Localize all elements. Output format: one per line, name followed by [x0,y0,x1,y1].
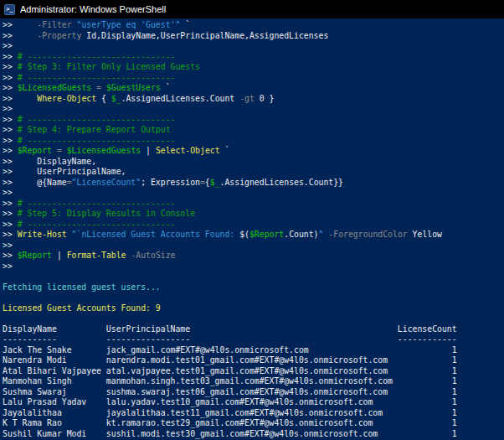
text-segment: >> [3,199,18,208]
text-segment: >> [3,241,13,250]
console-line: >> # ------------------------------ [3,115,504,126]
console-line: >> [3,104,504,115]
text-segment: $Report [249,230,284,239]
text-segment: $( [239,230,249,239]
console-line: Narendra Modi narendra.modi.test01_gmail… [3,355,504,366]
text-segment: >> [3,188,13,197]
text-segment: >> [3,230,18,239]
text-segment: $GuestUsers [106,83,161,92]
text-segment: Fetching licensed guest users... [3,282,161,292]
text-segment: Licensed Guest Accounts Found: 9 [3,303,161,313]
text-segment: Format-Table [67,251,126,260]
powershell-window: >_ Administrator: Windows PowerShell >> … [0,0,504,440]
text-segment: .AssignedLicenses.Count}} [220,178,343,187]
console-line: >> UserPrincipalName, [3,167,504,178]
text-segment: Atal Bihari Vajpayee atal.vajpayee.test0… [3,366,457,375]
console-line: Fetching licensed guest users... [3,282,504,293]
text-segment: >> UserPrincipalName, [3,167,126,176]
text-segment: "LicenseCount" [72,178,141,187]
console-line: Lalu Prasad Yadav lalu.yadav.test10_gmai… [3,397,504,408]
text-segment: .AssignedLicenses.Count [121,94,240,103]
text-segment: Write-Host [18,230,67,239]
console-output[interactable]: >> -Filter "userType eq 'Guest'" `>> -Pr… [0,18,504,440]
console-line [3,292,504,303]
console-line: Atal Bihari Vajpayee atal.vajpayee.test0… [3,366,504,377]
console-line: >> # ------------------------------ [3,73,504,84]
text-segment: Sushma Swaraj sushma.swaraj.test06_gmail… [3,387,457,396]
text-segment: ----------- ----------------- ----------… [3,334,457,344]
console-line: DisplayName UserPrincipalName LicenseCou… [3,324,504,335]
text-segment: >> [3,52,18,61]
console-line: Licensed Guest Accounts Found: 9 [3,303,504,314]
text-segment: ` [220,146,230,155]
console-line: >> $Report | Format-Table -AutoSize [3,251,504,261]
text-segment: >> @{Name [3,178,67,187]
text-segment: >> [3,41,13,50]
text-segment: ` [161,83,171,92]
text-segment: "userType eq 'Guest'" [77,20,181,29]
console-line: >> [3,41,504,52]
console-line: >> # Step 4: Prepare Report Output [3,125,504,136]
text-segment: Narendra Modi narendra.modi.test01_gmail… [3,355,457,365]
text-segment: >> [3,31,37,40]
text-segment: "`nLicensed Guest Accounts Found: [72,230,240,239]
console-line: >> @{Name="LicenseCount"; Expression={$_… [3,178,504,189]
text-segment: >> [3,220,18,229]
console-line: >> # ------------------------------ [3,52,504,63]
text-segment: Id,DisplayName,UserPrincipalName,Assigne… [81,31,328,40]
text-segment: K T Rama Rao kt.ramarao.test29_gmail.com… [3,418,457,427]
console-line: ----------- ----------------- ----------… [3,334,504,345]
text-segment: Jack The Snake jack_gmail.com#EXT#@w4l0s… [3,345,457,355]
text-segment: >> [3,261,13,271]
text-segment: # Step 4: Prepare Report Output [18,125,171,134]
text-segment: $Report [18,251,52,260]
console-line: >> # Step 5: Display Results in Console [3,209,504,220]
text-segment: # ------------------------------ [18,52,176,61]
title-bar[interactable]: >_ Administrator: Windows PowerShell [0,0,504,18]
console-line: >> # Step 3: Filter Only Licensed Guests [3,62,504,73]
console-line: >> $Report = $LicensedGuests | Select-Ob… [3,146,504,157]
text-segment: DisplayName UserPrincipalName LicenseCou… [3,324,457,334]
text-segment: >> [3,104,13,113]
text-segment: | [52,251,67,260]
console-line: Sushma Swaraj sushma.swaraj.test06_gmail… [3,387,504,398]
text-segment: -AutoSize [131,251,175,260]
text-segment: { [96,94,111,103]
text-segment: # ------------------------------ [18,115,176,124]
text-segment: >> DisplayName, [3,157,96,166]
console-line: >> [3,261,504,272]
text-segment: $LicensedGuests [67,146,141,155]
text-segment: Jayalalithaa jayalalithaa.test11_gmail.c… [3,408,457,417]
text-segment: # Step 5: Display Results in Console [18,209,195,218]
text-segment: | [141,146,156,155]
console-line: >> # ------------------------------ [3,199,504,210]
text-segment: # ------------------------------ [18,220,176,229]
text-segment: # ------------------------------ [18,136,176,145]
console-line: Jayalalithaa jayalalithaa.test11_gmail.c… [3,408,504,419]
console-line: >> # ------------------------------ [3,220,504,230]
console-line: >> DisplayName, [3,157,504,168]
console-line: >> $LicensedGuests = $GuestUsers ` [3,83,504,94]
text-segment: >> [3,94,37,103]
text-segment: Yellow [408,230,442,239]
text-segment: Manmohan Singh manmohan.singh.test03_gma… [3,376,457,386]
text-segment: >> [3,146,18,155]
text-segment: $Report [18,146,52,155]
text-segment: >> [3,251,18,260]
console-line: Jack The Snake jack_gmail.com#EXT#@w4l0s… [3,345,504,356]
text-segment: 0 } [255,94,275,103]
text-segment: .Count) [284,230,318,239]
text-segment: Where-Object [37,94,96,103]
text-segment: ` [180,20,190,29]
text-segment: $_ [111,94,121,103]
text-segment: >> [3,115,18,124]
console-line: Manmohan Singh manmohan.singh.test03_gma… [3,376,504,387]
text-segment: Lalu Prasad Yadav lalu.yadav.test10_gmai… [3,397,457,406]
text-segment: -gt [239,94,255,103]
console-line [3,313,504,324]
console-line: >> -Property Id,DisplayName,UserPrincipa… [3,31,504,42]
text-segment: $LicensedGuests [18,83,91,92]
text-segment: # ------------------------------ [18,73,176,82]
text-segment: >> [3,125,18,134]
console-line: >> Write-Host "`nLicensed Guest Accounts… [3,230,504,241]
